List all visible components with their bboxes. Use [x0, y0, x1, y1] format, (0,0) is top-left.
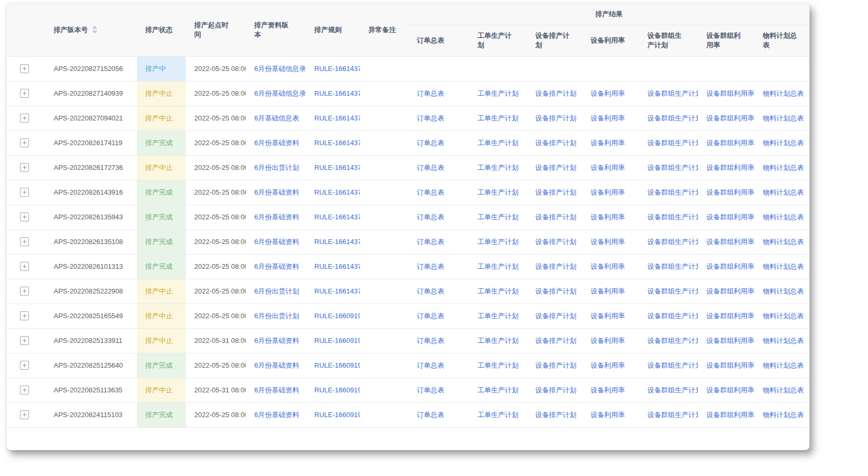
result-link-material-plan[interactable]: 物料计划总表: [754, 205, 810, 229]
result-link-group-plan[interactable]: 设备群组生产计划: [639, 303, 698, 328]
rule-link[interactable]: RULE-166143771: [306, 106, 360, 130]
result-link-group-utilization[interactable]: 设备群组利用率: [698, 205, 754, 229]
result-link-group-utilization[interactable]: 设备群组利用率: [698, 279, 754, 303]
result-link-group-plan[interactable]: 设备群组生产计划: [639, 402, 698, 427]
expand-row-button[interactable]: +: [20, 114, 29, 123]
result-link-group-plan[interactable]: 设备群组生产计划: [639, 328, 698, 353]
result-link-group-plan[interactable]: 设备群组生产计划: [639, 279, 698, 303]
expand-row-button[interactable]: +: [20, 237, 29, 246]
data-version-link[interactable]: 6月份基础资料: [246, 353, 306, 378]
data-version-link[interactable]: 6月份基础信息录入: [246, 81, 306, 106]
rule-link[interactable]: RULE-166143771: [306, 81, 360, 106]
result-link-equipment-utilization[interactable]: 设备利用率: [582, 402, 639, 427]
result-link-material-plan[interactable]: 物料计划总表: [754, 254, 810, 279]
result-link-equipment-utilization[interactable]: 设备利用率: [582, 81, 639, 106]
result-link-equipment-plan[interactable]: 设备排产计划: [527, 353, 582, 378]
result-link-group-plan[interactable]: 设备群组生产计划: [639, 378, 698, 402]
result-link-material-plan[interactable]: 物料计划总表: [754, 378, 810, 402]
result-link-equipment-plan[interactable]: 设备排产计划: [527, 378, 582, 402]
expand-row-button[interactable]: +: [20, 89, 29, 98]
result-link-equipment-utilization[interactable]: 设备利用率: [582, 205, 639, 229]
result-link-material-plan[interactable]: 物料计划总表: [754, 328, 810, 353]
result-link-workorder-plan[interactable]: 工单生产计划: [469, 303, 527, 328]
data-version-link[interactable]: 6月份出货计划: [246, 303, 306, 328]
result-link-equipment-plan[interactable]: 设备排产计划: [527, 106, 582, 130]
result-link-group-utilization[interactable]: 设备群组利用率: [698, 254, 754, 279]
result-link-equipment-plan[interactable]: 设备排产计划: [527, 180, 582, 205]
data-version-link[interactable]: 6月份出货计划: [246, 155, 306, 180]
data-version-link[interactable]: 6月份基础资料: [246, 205, 306, 229]
result-link-material-plan[interactable]: 物料计划总表: [754, 81, 810, 106]
result-link-workorder-plan[interactable]: 工单生产计划: [469, 130, 527, 155]
expand-row-button[interactable]: +: [20, 64, 29, 73]
data-version-link[interactable]: 6月基础信息表: [246, 106, 306, 130]
result-link-material-plan[interactable]: 物料计划总表: [754, 180, 810, 205]
rule-link[interactable]: RULE-166091998: [306, 303, 360, 328]
data-version-link[interactable]: 6月份出货计划: [246, 279, 306, 303]
result-link-group-utilization[interactable]: 设备群组利用率: [698, 303, 754, 328]
rule-link[interactable]: RULE-166143771: [306, 155, 360, 180]
result-link-order-summary[interactable]: 订单总表: [408, 353, 469, 378]
result-link-order-summary[interactable]: 订单总表: [408, 303, 469, 328]
expand-row-button[interactable]: +: [20, 262, 29, 271]
result-link-workorder-plan[interactable]: 工单生产计划: [469, 279, 527, 303]
rule-link[interactable]: RULE-166143771: [306, 279, 360, 303]
result-link-equipment-plan[interactable]: 设备排产计划: [527, 279, 582, 303]
sort-desc-icon[interactable]: [92, 31, 97, 34]
result-link-material-plan[interactable]: 物料计划总表: [754, 155, 810, 180]
result-link-workorder-plan[interactable]: 工单生产计划: [469, 106, 527, 130]
result-link-equipment-utilization[interactable]: 设备利用率: [582, 229, 639, 254]
data-version-link[interactable]: 6月份基础信息录入: [246, 56, 306, 81]
result-link-group-plan[interactable]: 设备群组生产计划: [639, 155, 698, 180]
result-link-equipment-plan[interactable]: 设备排产计划: [527, 205, 582, 229]
result-link-equipment-utilization[interactable]: 设备利用率: [582, 279, 639, 303]
expand-row-button[interactable]: +: [20, 212, 29, 221]
result-link-equipment-utilization[interactable]: 设备利用率: [582, 254, 639, 279]
result-link-order-summary[interactable]: 订单总表: [408, 279, 469, 303]
result-link-workorder-plan[interactable]: 工单生产计划: [469, 155, 527, 180]
rule-link[interactable]: RULE-166091998: [306, 328, 360, 353]
result-link-group-plan[interactable]: 设备群组生产计划: [639, 106, 698, 130]
result-link-group-utilization[interactable]: 设备群组利用率: [698, 353, 754, 378]
rule-link[interactable]: RULE-166143771: [306, 254, 360, 279]
result-link-material-plan[interactable]: 物料计划总表: [754, 106, 810, 130]
sort-carets-icon[interactable]: [92, 26, 97, 34]
result-link-group-utilization[interactable]: 设备群组利用率: [698, 155, 754, 180]
result-link-group-plan[interactable]: 设备群组生产计划: [639, 254, 698, 279]
result-link-equipment-utilization[interactable]: 设备利用率: [582, 328, 639, 353]
rule-link[interactable]: RULE-166143771: [306, 229, 360, 254]
expand-row-button[interactable]: +: [20, 287, 29, 296]
data-version-link[interactable]: 6月份基础资料: [246, 254, 306, 279]
rule-link[interactable]: RULE-166091998: [306, 378, 360, 402]
data-version-link[interactable]: 6月份基础资料: [246, 378, 306, 402]
result-link-group-utilization[interactable]: 设备群组利用率: [698, 229, 754, 254]
result-link-group-utilization[interactable]: 设备群组利用率: [698, 328, 754, 353]
result-link-workorder-plan[interactable]: 工单生产计划: [469, 180, 527, 205]
result-link-group-plan[interactable]: 设备群组生产计划: [639, 353, 698, 378]
result-link-order-summary[interactable]: 订单总表: [408, 254, 469, 279]
result-link-group-plan[interactable]: 设备群组生产计划: [639, 130, 698, 155]
expand-row-button[interactable]: +: [20, 138, 29, 147]
expand-row-button[interactable]: +: [20, 163, 29, 172]
data-version-link[interactable]: 6月份基础资料: [246, 402, 306, 427]
result-link-order-summary[interactable]: 订单总表: [408, 378, 469, 402]
result-link-equipment-utilization[interactable]: 设备利用率: [582, 353, 639, 378]
result-link-group-utilization[interactable]: 设备群组利用率: [698, 81, 754, 106]
result-link-material-plan[interactable]: 物料计划总表: [754, 402, 810, 427]
expand-row-button[interactable]: +: [20, 361, 29, 370]
expand-row-button[interactable]: +: [20, 410, 29, 419]
result-link-workorder-plan[interactable]: 工单生产计划: [469, 378, 527, 402]
expand-row-button[interactable]: +: [20, 311, 29, 320]
result-link-equipment-plan[interactable]: 设备排产计划: [527, 229, 582, 254]
result-link-equipment-plan[interactable]: 设备排产计划: [527, 155, 582, 180]
result-link-group-plan[interactable]: 设备群组生产计划: [639, 81, 698, 106]
result-link-equipment-utilization[interactable]: 设备利用率: [582, 378, 639, 402]
expand-row-button[interactable]: +: [20, 386, 29, 394]
result-link-material-plan[interactable]: 物料计划总表: [754, 353, 810, 378]
result-link-workorder-plan[interactable]: 工单生产计划: [469, 81, 527, 106]
result-link-group-utilization[interactable]: 设备群组利用率: [698, 378, 754, 402]
result-link-order-summary[interactable]: 订单总表: [408, 130, 469, 155]
rule-link[interactable]: RULE-166143771: [306, 56, 360, 81]
rule-link[interactable]: RULE-166143771: [306, 205, 360, 229]
result-link-equipment-plan[interactable]: 设备排产计划: [527, 130, 582, 155]
